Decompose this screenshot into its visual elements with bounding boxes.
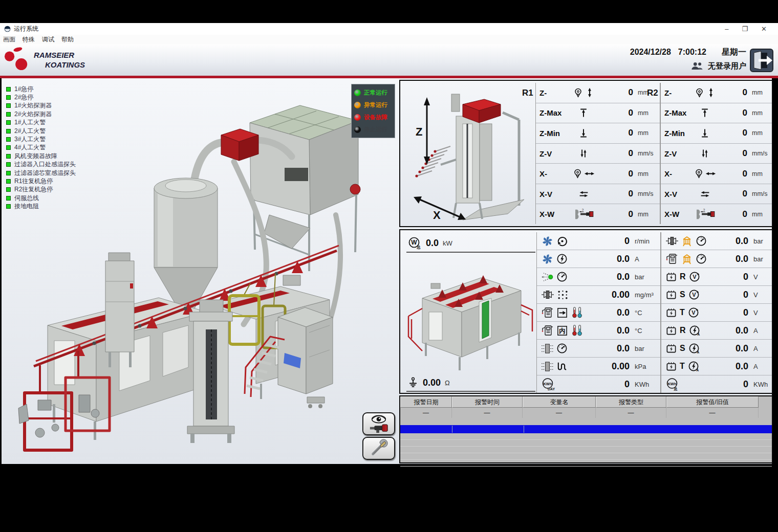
menu-item-1[interactable]: 画面 bbox=[3, 35, 15, 44]
phase-label: R bbox=[680, 272, 686, 281]
alarm-filter-cell[interactable]: — bbox=[400, 408, 452, 418]
axis-row-unit: mm bbox=[633, 129, 660, 137]
svg-text:?: ? bbox=[581, 209, 584, 212]
alarm-filter-cell[interactable]: — bbox=[452, 408, 523, 418]
alarm-row[interactable] bbox=[400, 453, 772, 460]
axis-row-unit: mm/s bbox=[633, 190, 660, 197]
alarm-col-header[interactable]: 变量名 bbox=[523, 396, 596, 408]
process-value-row: 0.0bar bbox=[537, 268, 660, 286]
alarm-col-header[interactable]: 报警值/旧值 bbox=[666, 396, 759, 408]
axis-row-value: 0 bbox=[599, 189, 633, 199]
axis-row-value: 0 bbox=[599, 209, 633, 219]
bolt-circle-icon: A bbox=[688, 342, 700, 354]
axis-row: X-V0mm/s bbox=[661, 184, 772, 205]
current-user-label: 无登录用户 bbox=[708, 61, 746, 71]
gun-monitor-button[interactable] bbox=[362, 412, 395, 435]
menu-item-3[interactable]: 调试 bbox=[42, 35, 54, 44]
menu-item-2[interactable]: 特殊 bbox=[23, 35, 35, 44]
arrow-down-limit-icon bbox=[700, 128, 710, 138]
ground-resistance-readout: 0.00Ω bbox=[406, 375, 535, 392]
legend-item: 异常运行 bbox=[354, 99, 392, 111]
process-row-icons: 内 bbox=[541, 324, 585, 337]
status-item-label: R1往复机急停 bbox=[14, 177, 53, 186]
alarm-filter-cell[interactable]: — bbox=[596, 408, 666, 418]
alarm-col-header[interactable]: 报警日期 bbox=[400, 396, 452, 408]
injector-icon bbox=[541, 289, 554, 300]
position-pin-icon bbox=[694, 87, 705, 98]
transformer-icon bbox=[665, 289, 677, 301]
bolt-circle-icon: A bbox=[688, 324, 701, 337]
alarm-filter-cell[interactable]: — bbox=[523, 408, 596, 418]
alarm-row[interactable] bbox=[400, 425, 772, 433]
ground-icon bbox=[407, 376, 419, 389]
header: RAMSEIER KOATINGS 2024/12/287:00:12星期一 无… bbox=[0, 44, 778, 76]
process-row-value: 0 bbox=[569, 236, 630, 247]
status-item-label: 4#人工火警 bbox=[14, 143, 46, 152]
kwh-badge-icon: KWh总 bbox=[665, 378, 681, 391]
axis-row-unit: mm bbox=[633, 211, 660, 218]
process-value-row: RA0.0A bbox=[661, 322, 772, 340]
alarm-header-row: 报警日期报警时间变量名报警类型报警值/旧值 bbox=[400, 396, 772, 408]
axis-row-label: X- bbox=[661, 169, 690, 178]
pressure-gauge-icon bbox=[695, 235, 707, 247]
date-text: 2024/12/28 bbox=[630, 48, 671, 56]
time-text: 7:00:12 bbox=[678, 48, 706, 56]
alarm-col-header[interactable]: 报警类型 bbox=[596, 396, 666, 408]
alarm-row-divider bbox=[452, 426, 452, 433]
phase-label: S bbox=[680, 290, 685, 299]
axis-row: X-W?0mm bbox=[661, 204, 772, 224]
menu-item-4[interactable]: 帮助 bbox=[61, 35, 74, 44]
safety-status-list: 1#急停2#急停1#火焰探测器2#火焰探测器1#人工火警2#人工火警3#人工火警… bbox=[6, 85, 76, 211]
total-power-readout: W总0.0kW bbox=[406, 235, 535, 253]
status-led-icon bbox=[6, 103, 11, 108]
maximize-button[interactable]: ❐ bbox=[742, 26, 748, 32]
axis-row-label: Z-V bbox=[536, 149, 568, 158]
axis-row-unit: mm/s bbox=[633, 150, 660, 157]
minimize-button[interactable]: – bbox=[725, 26, 728, 32]
maintenance-button[interactable] bbox=[362, 437, 395, 460]
axis-row: X-0mm bbox=[536, 164, 660, 184]
alarm-row[interactable] bbox=[400, 433, 772, 440]
process-value-row: KWh总0KWh bbox=[661, 375, 772, 393]
arrow-horizontal-icon bbox=[705, 168, 716, 179]
close-button[interactable]: ✕ bbox=[761, 26, 767, 32]
axis-row-value: 0 bbox=[599, 87, 633, 98]
axis-row-label: X-V bbox=[536, 190, 568, 198]
readout-value: 0.0 bbox=[426, 238, 439, 249]
alarm-filter-row: ————— bbox=[400, 408, 772, 418]
run-state-legend: 正常运行异常运行设备故障停止运行 bbox=[351, 84, 395, 138]
status-item: 3#人工火警 bbox=[6, 135, 76, 143]
status-item-label: 3#人工火警 bbox=[14, 135, 46, 144]
process-row-icons: TV bbox=[665, 306, 700, 319]
alarm-row[interactable] bbox=[400, 440, 772, 447]
alarm-col-header[interactable]: 报警时间 bbox=[452, 396, 523, 408]
transformer-icon bbox=[665, 343, 677, 354]
hopper-icon bbox=[681, 253, 693, 265]
axis-row: X-0mm bbox=[661, 164, 772, 184]
process-row-icons: SV bbox=[665, 289, 700, 301]
eye-gun-icon bbox=[367, 414, 391, 434]
status-led-icon bbox=[6, 187, 11, 192]
process-value-row: TV0V bbox=[661, 304, 772, 322]
alarm-row[interactable] bbox=[400, 447, 772, 453]
axis-row-icons bbox=[690, 189, 719, 199]
axis-row-value: 0 bbox=[599, 128, 633, 138]
legend-led-icon bbox=[354, 114, 361, 121]
axis-row-value: 0 bbox=[599, 108, 633, 118]
z-axis-label: Z bbox=[416, 125, 422, 138]
axis-row-icons: ? bbox=[568, 209, 599, 220]
axis-row-label: Z-V bbox=[661, 149, 690, 158]
screen: 运行系统 – ❐ ✕ 画面特殊调试帮助 RAMSEIER KOATINGS 20… bbox=[0, 0, 778, 532]
pressure-gauge-icon bbox=[695, 253, 707, 265]
status-item: 过滤器入口处感温探头 bbox=[6, 161, 76, 169]
weekday-text: 星期一 bbox=[722, 48, 746, 56]
alarm-row[interactable] bbox=[400, 460, 772, 467]
status-item: 1#急停 bbox=[6, 85, 76, 93]
alarm-row[interactable] bbox=[400, 418, 772, 425]
status-item: 4#人工火警 bbox=[6, 144, 76, 152]
logout-button[interactable] bbox=[749, 49, 774, 73]
status-led-icon bbox=[6, 145, 11, 150]
alarm-filter-cell[interactable]: — bbox=[666, 408, 759, 418]
brand-line1: RAMSEIER bbox=[34, 51, 85, 60]
process-row-value: 0.0 bbox=[707, 254, 748, 264]
